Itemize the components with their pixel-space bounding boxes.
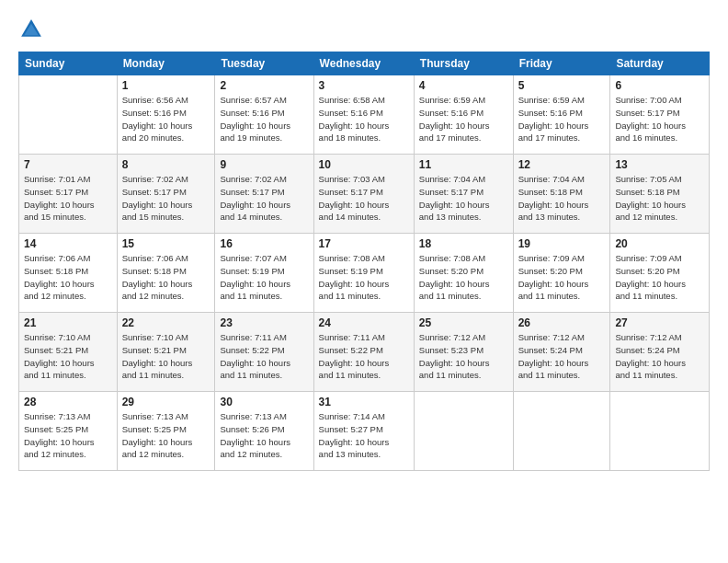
- weekday-header-saturday: Saturday: [610, 52, 710, 75]
- day-info: Sunrise: 7:01 AM Sunset: 5:17 PM Dayligh…: [24, 173, 112, 224]
- day-number: 11: [419, 158, 508, 171]
- calendar-cell: 15Sunrise: 7:06 AM Sunset: 5:18 PM Dayli…: [117, 234, 215, 313]
- calendar-cell: 30Sunrise: 7:13 AM Sunset: 5:26 PM Dayli…: [215, 392, 313, 471]
- day-number: 22: [122, 316, 210, 329]
- day-info: Sunrise: 7:10 AM Sunset: 5:21 PM Dayligh…: [24, 331, 112, 382]
- day-info: Sunrise: 7:12 AM Sunset: 5:23 PM Dayligh…: [419, 331, 508, 382]
- day-info: Sunrise: 7:06 AM Sunset: 5:18 PM Dayligh…: [24, 252, 112, 303]
- day-info: Sunrise: 6:59 AM Sunset: 5:16 PM Dayligh…: [518, 94, 606, 144]
- day-info: Sunrise: 7:03 AM Sunset: 5:17 PM Dayligh…: [319, 173, 409, 224]
- calendar-cell: 10Sunrise: 7:03 AM Sunset: 5:17 PM Dayli…: [313, 155, 414, 234]
- calendar-week-5: 28Sunrise: 7:13 AM Sunset: 5:25 PM Dayli…: [19, 392, 710, 471]
- calendar-cell: 20Sunrise: 7:09 AM Sunset: 5:20 PM Dayli…: [610, 234, 710, 313]
- day-info: Sunrise: 6:59 AM Sunset: 5:16 PM Dayligh…: [419, 94, 508, 144]
- day-info: Sunrise: 7:02 AM Sunset: 5:17 PM Dayligh…: [220, 173, 308, 224]
- day-info: Sunrise: 7:00 AM Sunset: 5:17 PM Dayligh…: [615, 94, 704, 144]
- day-info: Sunrise: 7:12 AM Sunset: 5:24 PM Dayligh…: [518, 331, 606, 382]
- calendar-cell: 13Sunrise: 7:05 AM Sunset: 5:18 PM Dayli…: [610, 155, 710, 234]
- day-number: 13: [615, 158, 704, 171]
- day-info: Sunrise: 7:13 AM Sunset: 5:26 PM Dayligh…: [220, 410, 308, 461]
- calendar-cell: 31Sunrise: 7:14 AM Sunset: 5:27 PM Dayli…: [313, 392, 414, 471]
- calendar-cell: 2Sunrise: 6:57 AM Sunset: 5:16 PM Daylig…: [215, 75, 313, 155]
- calendar-cell: [19, 75, 118, 155]
- day-number: 2: [220, 79, 308, 92]
- day-number: 14: [24, 237, 112, 250]
- day-number: 19: [518, 237, 606, 250]
- day-info: Sunrise: 7:02 AM Sunset: 5:17 PM Dayligh…: [122, 173, 210, 224]
- day-info: Sunrise: 6:58 AM Sunset: 5:16 PM Dayligh…: [319, 94, 409, 144]
- day-number: 17: [319, 237, 409, 250]
- day-info: Sunrise: 7:08 AM Sunset: 5:20 PM Dayligh…: [419, 252, 508, 303]
- day-info: Sunrise: 7:14 AM Sunset: 5:27 PM Dayligh…: [319, 410, 409, 461]
- calendar-week-1: 1Sunrise: 6:56 AM Sunset: 5:16 PM Daylig…: [19, 75, 710, 155]
- calendar-cell: 3Sunrise: 6:58 AM Sunset: 5:16 PM Daylig…: [313, 75, 414, 155]
- calendar-cell: 4Sunrise: 6:59 AM Sunset: 5:16 PM Daylig…: [414, 75, 513, 155]
- calendar-cell: 29Sunrise: 7:13 AM Sunset: 5:25 PM Dayli…: [117, 392, 215, 471]
- day-number: 30: [220, 396, 308, 408]
- calendar-cell: 24Sunrise: 7:11 AM Sunset: 5:22 PM Dayli…: [313, 313, 414, 392]
- calendar-cell: 8Sunrise: 7:02 AM Sunset: 5:17 PM Daylig…: [117, 155, 215, 234]
- calendar-cell: [414, 392, 513, 471]
- day-info: Sunrise: 6:57 AM Sunset: 5:16 PM Dayligh…: [220, 94, 308, 144]
- day-number: 27: [615, 316, 704, 329]
- calendar-cell: 28Sunrise: 7:13 AM Sunset: 5:25 PM Dayli…: [19, 392, 118, 471]
- logo-icon: [18, 17, 44, 42]
- calendar-cell: 23Sunrise: 7:11 AM Sunset: 5:22 PM Dayli…: [215, 313, 313, 392]
- day-info: Sunrise: 7:13 AM Sunset: 5:25 PM Dayligh…: [24, 410, 112, 461]
- calendar-week-4: 21Sunrise: 7:10 AM Sunset: 5:21 PM Dayli…: [19, 313, 710, 392]
- day-number: 31: [319, 396, 409, 408]
- day-number: 28: [24, 396, 112, 408]
- day-info: Sunrise: 7:10 AM Sunset: 5:21 PM Dayligh…: [122, 331, 210, 382]
- day-number: 4: [419, 79, 508, 92]
- calendar-cell: 19Sunrise: 7:09 AM Sunset: 5:20 PM Dayli…: [513, 234, 610, 313]
- calendar-cell: 22Sunrise: 7:10 AM Sunset: 5:21 PM Dayli…: [117, 313, 215, 392]
- day-info: Sunrise: 7:11 AM Sunset: 5:22 PM Dayligh…: [319, 331, 409, 382]
- calendar-cell: 5Sunrise: 6:59 AM Sunset: 5:16 PM Daylig…: [513, 75, 610, 155]
- weekday-header-row: SundayMondayTuesdayWednesdayThursdayFrid…: [19, 52, 710, 75]
- day-number: 26: [518, 316, 606, 329]
- day-info: Sunrise: 7:04 AM Sunset: 5:17 PM Dayligh…: [419, 173, 508, 224]
- header: [18, 17, 710, 42]
- calendar-week-2: 7Sunrise: 7:01 AM Sunset: 5:17 PM Daylig…: [19, 155, 710, 234]
- weekday-header-wednesday: Wednesday: [313, 52, 414, 75]
- day-info: Sunrise: 7:13 AM Sunset: 5:25 PM Dayligh…: [122, 410, 210, 461]
- calendar-cell: 18Sunrise: 7:08 AM Sunset: 5:20 PM Dayli…: [414, 234, 513, 313]
- calendar-cell: 14Sunrise: 7:06 AM Sunset: 5:18 PM Dayli…: [19, 234, 118, 313]
- day-info: Sunrise: 7:04 AM Sunset: 5:18 PM Dayligh…: [518, 173, 606, 224]
- day-number: 1: [122, 79, 210, 92]
- day-number: 8: [122, 158, 210, 171]
- day-number: 21: [24, 316, 112, 329]
- day-number: 24: [319, 316, 409, 329]
- day-number: 16: [220, 237, 308, 250]
- day-info: Sunrise: 7:05 AM Sunset: 5:18 PM Dayligh…: [615, 173, 704, 224]
- calendar-cell: 25Sunrise: 7:12 AM Sunset: 5:23 PM Dayli…: [414, 313, 513, 392]
- day-info: Sunrise: 7:07 AM Sunset: 5:19 PM Dayligh…: [220, 252, 308, 303]
- day-info: Sunrise: 6:56 AM Sunset: 5:16 PM Dayligh…: [122, 94, 210, 144]
- calendar-cell: [513, 392, 610, 471]
- day-number: 12: [518, 158, 606, 171]
- weekday-header-monday: Monday: [117, 52, 215, 75]
- calendar-cell: 12Sunrise: 7:04 AM Sunset: 5:18 PM Dayli…: [513, 155, 610, 234]
- weekday-header-tuesday: Tuesday: [215, 52, 313, 75]
- day-info: Sunrise: 7:09 AM Sunset: 5:20 PM Dayligh…: [615, 252, 704, 303]
- calendar-week-3: 14Sunrise: 7:06 AM Sunset: 5:18 PM Dayli…: [19, 234, 710, 313]
- calendar-table: SundayMondayTuesdayWednesdayThursdayFrid…: [18, 52, 710, 471]
- day-info: Sunrise: 7:06 AM Sunset: 5:18 PM Dayligh…: [122, 252, 210, 303]
- page: SundayMondayTuesdayWednesdayThursdayFrid…: [0, 0, 728, 563]
- day-info: Sunrise: 7:12 AM Sunset: 5:24 PM Dayligh…: [615, 331, 704, 382]
- weekday-header-thursday: Thursday: [414, 52, 513, 75]
- day-number: 29: [122, 396, 210, 408]
- day-number: 25: [419, 316, 508, 329]
- day-number: 20: [615, 237, 704, 250]
- calendar-cell: [610, 392, 710, 471]
- calendar-cell: 21Sunrise: 7:10 AM Sunset: 5:21 PM Dayli…: [19, 313, 118, 392]
- weekday-header-friday: Friday: [513, 52, 610, 75]
- day-number: 3: [319, 79, 409, 92]
- day-number: 6: [615, 79, 704, 92]
- calendar-cell: 1Sunrise: 6:56 AM Sunset: 5:16 PM Daylig…: [117, 75, 215, 155]
- day-info: Sunrise: 7:11 AM Sunset: 5:22 PM Dayligh…: [220, 331, 308, 382]
- day-info: Sunrise: 7:09 AM Sunset: 5:20 PM Dayligh…: [518, 252, 606, 303]
- logo: [18, 17, 48, 42]
- calendar-cell: 9Sunrise: 7:02 AM Sunset: 5:17 PM Daylig…: [215, 155, 313, 234]
- calendar-cell: 17Sunrise: 7:08 AM Sunset: 5:19 PM Dayli…: [313, 234, 414, 313]
